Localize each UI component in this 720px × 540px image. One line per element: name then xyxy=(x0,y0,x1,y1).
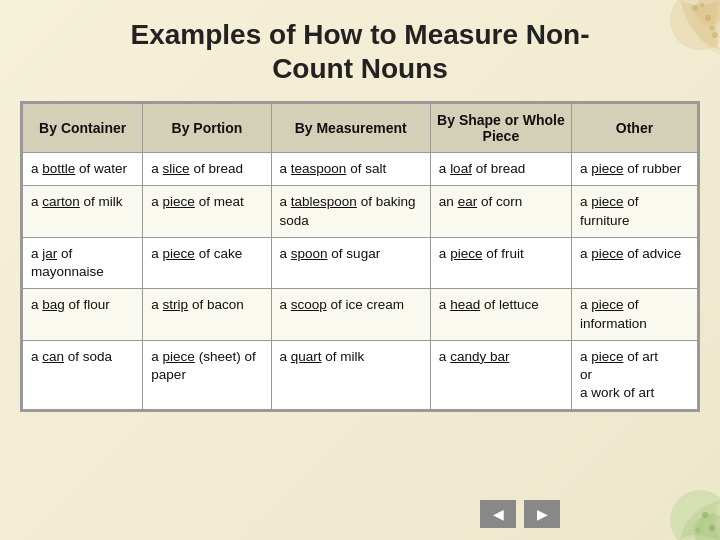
table-body: a bottle of watera slice of breada teasp… xyxy=(23,153,698,410)
underline-word: head xyxy=(450,297,480,312)
table-cell: a strip of bacon xyxy=(143,289,271,340)
table-cell: a spoon of sugar xyxy=(271,237,430,288)
underline-word: piece xyxy=(163,194,195,209)
table-cell: a piece of fruit xyxy=(430,237,571,288)
underline-word: bag xyxy=(42,297,65,312)
table-cell: a piece of furniture xyxy=(571,186,697,237)
slide-wrapper: Examples of How to Measure Non- Count No… xyxy=(0,0,720,540)
table-row: a can of sodaa piece (sheet) of papera q… xyxy=(23,340,698,410)
underline-word: candy bar xyxy=(450,349,509,364)
underline-word: quart xyxy=(291,349,322,364)
table-cell: a quart of milk xyxy=(271,340,430,410)
underline-word: piece xyxy=(591,349,623,364)
underline-word: can xyxy=(42,349,64,364)
table-cell: a head of lettuce xyxy=(430,289,571,340)
header-by-container: By Container xyxy=(23,104,143,153)
underline-word: ear xyxy=(458,194,478,209)
underline-word: piece xyxy=(163,349,195,364)
table-row: a bag of floura strip of bacona scoop of… xyxy=(23,289,698,340)
table-cell: a scoop of ice cream xyxy=(271,289,430,340)
underline-word: piece xyxy=(591,297,623,312)
table-cell: a slice of bread xyxy=(143,153,271,186)
table-cell: a bag of flour xyxy=(23,289,143,340)
table-header-row: By Container By Portion By Measurement B… xyxy=(23,104,698,153)
underline-word: bottle xyxy=(42,161,75,176)
table-cell: a piece of rubber xyxy=(571,153,697,186)
table-row: a bottle of watera slice of breada teasp… xyxy=(23,153,698,186)
underline-word: strip xyxy=(163,297,189,312)
table-cell: a candy bar xyxy=(430,340,571,410)
underline-word: piece xyxy=(450,246,482,261)
underline-word: piece xyxy=(591,194,623,209)
table-cell: a piece of meat xyxy=(143,186,271,237)
table-row: a carton of milka piece of meata tablesp… xyxy=(23,186,698,237)
table-cell: a teaspoon of salt xyxy=(271,153,430,186)
table-cell: a loaf of bread xyxy=(430,153,571,186)
table-row: a jar of mayonnaisea piece of cakea spoo… xyxy=(23,237,698,288)
underline-word: teaspoon xyxy=(291,161,347,176)
table-cell: a piece (sheet) of paper xyxy=(143,340,271,410)
underline-word: slice xyxy=(163,161,190,176)
underline-word: tablespoon xyxy=(291,194,357,209)
underline-word: spoon xyxy=(291,246,328,261)
nav-forward-button[interactable]: ▶ xyxy=(524,500,560,528)
underline-word: loaf xyxy=(450,161,472,176)
examples-table: By Container By Portion By Measurement B… xyxy=(22,103,698,410)
main-table-wrapper: By Container By Portion By Measurement B… xyxy=(20,101,700,412)
header-by-portion: By Portion xyxy=(143,104,271,153)
underline-word: piece xyxy=(163,246,195,261)
underline-word: piece xyxy=(591,161,623,176)
slide-title: Examples of How to Measure Non- Count No… xyxy=(131,18,590,85)
table-cell: a piece of information xyxy=(571,289,697,340)
table-cell: a can of soda xyxy=(23,340,143,410)
table-cell: an ear of corn xyxy=(430,186,571,237)
header-by-measurement: By Measurement xyxy=(271,104,430,153)
table-cell: a jar of mayonnaise xyxy=(23,237,143,288)
table-cell: a carton of milk xyxy=(23,186,143,237)
table-cell: a bottle of water xyxy=(23,153,143,186)
underline-word: scoop xyxy=(291,297,327,312)
header-other: Other xyxy=(571,104,697,153)
header-by-shape: By Shape or Whole Piece xyxy=(430,104,571,153)
underline-word: carton xyxy=(42,194,80,209)
underline-word: jar xyxy=(42,246,57,261)
table-cell: a piece of artora work of art xyxy=(571,340,697,410)
nav-back-button[interactable]: ◀ xyxy=(480,500,516,528)
table-cell: a piece of cake xyxy=(143,237,271,288)
nav-buttons: ◀ ▶ xyxy=(480,500,560,528)
underline-word: piece xyxy=(591,246,623,261)
table-cell: a tablespoon of baking soda xyxy=(271,186,430,237)
table-cell: a piece of advice xyxy=(571,237,697,288)
